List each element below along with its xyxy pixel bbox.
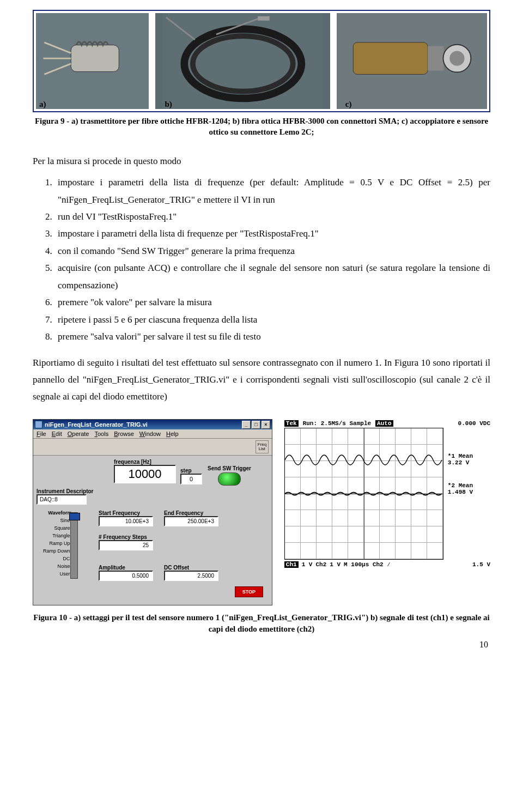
endf-field[interactable]: 250.00E+3: [164, 516, 218, 526]
oscilloscope-screenshot: Tek Run: 2.5MS/s Sample Auto 0.000 VDC: [284, 419, 490, 568]
step-6: premere "ok valore" per salvare la misur…: [54, 294, 490, 311]
close-button[interactable]: ×: [262, 421, 270, 429]
mean1-label: *1 Mean: [448, 453, 473, 459]
photo-coupler: [337, 13, 487, 109]
menu-edit[interactable]: Edit: [52, 431, 62, 437]
toolbar: Freq List: [33, 439, 272, 456]
svg-point-15: [450, 51, 465, 65]
wf-square: Square-: [43, 525, 72, 533]
intro-text: Per la misura si procede in questo modo: [33, 153, 490, 170]
titlebar[interactable]: niFgen_FreqList_Generator_TRIG.vi _ □ ×: [33, 420, 272, 429]
mean1-value: 3.22 V: [448, 459, 473, 466]
startf-field[interactable]: 10.00E+3: [99, 516, 153, 526]
step-label: step: [180, 468, 202, 474]
ch1v: 1 V: [302, 561, 313, 568]
instr-field[interactable]: DAQ::8: [37, 494, 87, 505]
mean2-label: *2 Mean: [448, 482, 473, 489]
svg-rect-9: [258, 16, 270, 21]
procedure-list: impostare i parametri della lista di fre…: [33, 174, 490, 345]
trigger-label: Send SW Trigger: [208, 465, 251, 471]
nsteps-field[interactable]: 25: [99, 540, 153, 550]
amp-field[interactable]: 0.5000: [99, 571, 153, 581]
svg-rect-1: [71, 45, 119, 72]
svg-rect-13: [428, 46, 444, 71]
figure-10-row: niFgen_FreqList_Generator_TRIG.vi _ □ × …: [33, 419, 490, 605]
dco-field[interactable]: 2.5000: [164, 571, 218, 581]
labview-window: niFgen_FreqList_Generator_TRIG.vi _ □ × …: [33, 419, 272, 605]
menu-browse[interactable]: Browse: [114, 431, 134, 437]
freq-label: frequenza [Hz]: [114, 459, 176, 465]
minimize-button[interactable]: _: [242, 421, 251, 429]
mean2-value: 1.498 V: [448, 489, 473, 495]
trace-ch1: [285, 449, 443, 465]
freqlist-icon[interactable]: Freq List: [256, 440, 269, 453]
menu-window[interactable]: Window: [139, 431, 161, 437]
menubar[interactable]: File Edit Operate Tools Browse Window He…: [33, 429, 272, 439]
menu-operate[interactable]: Operate: [68, 431, 89, 437]
waveform-heading: Waveform: [43, 510, 72, 518]
step-3: impostare i parametri della lista di fre…: [54, 225, 490, 242]
step-1: impostare i parametri della lista di fre…: [54, 174, 490, 208]
scope-auto: Auto: [375, 420, 393, 427]
figure10-caption: Figura 10 - a) settaggi per il test del …: [33, 612, 490, 634]
scope-vdc: 0.000 VDC: [458, 420, 490, 427]
ch2-badge: Ch2: [315, 561, 326, 568]
step-display: 0: [180, 474, 202, 484]
step-2: run del VI "TestRispostaFreq.1": [54, 208, 490, 225]
menu-tools[interactable]: Tools: [94, 431, 108, 437]
waveform-slider[interactable]: [70, 512, 78, 579]
wf-rampup: Ramp Up-: [43, 541, 72, 548]
trig-level: 1.5 V: [472, 561, 490, 568]
window-title: niFgen_FreqList_Generator_TRIG.vi: [45, 421, 241, 428]
ch1-badge: Ch1: [284, 561, 299, 568]
wf-triangle: Triangle-: [43, 533, 72, 541]
wf-rampdown: Ramp Down-: [43, 548, 72, 556]
step-5: acquisire (con pulsante ACQ) e controlla…: [54, 259, 490, 294]
freq-display: 10000: [114, 465, 176, 483]
front-panel: frequenza [Hz] 10000 step 0 Send SW Trig…: [33, 456, 272, 605]
nsteps-label: # Frequency Steps: [99, 534, 153, 540]
timebase: M 100µs Ch2 ⁄: [344, 561, 391, 568]
instr-label: Instrument Descriptor: [37, 488, 93, 494]
step-8: premere "salva valori" per salvare il te…: [54, 328, 490, 345]
app-icon: [35, 421, 42, 428]
wf-noise: Noise-: [43, 563, 72, 571]
menu-file[interactable]: File: [37, 431, 46, 437]
stop-button[interactable]: STOP: [235, 586, 263, 597]
photo-fiber-coil: [155, 13, 331, 109]
wf-user: User-: [43, 571, 72, 579]
page-number: 10: [33, 640, 490, 650]
figure9-caption: Figura 9 - a) trasmettitore per fibre ot…: [33, 116, 490, 138]
ch2v: 1 V: [330, 561, 340, 568]
send-trigger-button[interactable]: [218, 472, 241, 486]
scope-grid: [284, 428, 443, 560]
maximize-button[interactable]: □: [252, 421, 260, 429]
wf-dc: DC-: [43, 556, 72, 563]
amp-label: Amplitude: [99, 565, 153, 571]
trace-ch2: [285, 490, 443, 497]
slider-thumb[interactable]: [69, 513, 80, 520]
step-4: con il comando "Send SW Trigger" generar…: [54, 243, 490, 259]
step-7: ripetere i passi 5 e 6 per ciascuna freq…: [54, 311, 490, 328]
wf-sine: Sine-: [43, 518, 72, 525]
results-paragraph: Riportiamo di seguito i risultati del te…: [33, 355, 490, 405]
scope-brand: Tek: [284, 420, 299, 427]
dco-label: DC Offset: [164, 565, 218, 571]
startf-label: Start Frequency: [99, 510, 153, 516]
svg-rect-12: [354, 43, 428, 75]
menu-help[interactable]: Help: [166, 431, 179, 437]
scope-run: Run: 2.5MS/s Sample: [303, 420, 371, 427]
figure-9-photos: a) b) c): [33, 10, 490, 112]
waveform-labels: Waveform Sine- Square- Triangle- Ramp Up…: [43, 510, 72, 579]
endf-label: End Frequency: [164, 510, 218, 516]
photo-transmitter: [36, 13, 149, 109]
